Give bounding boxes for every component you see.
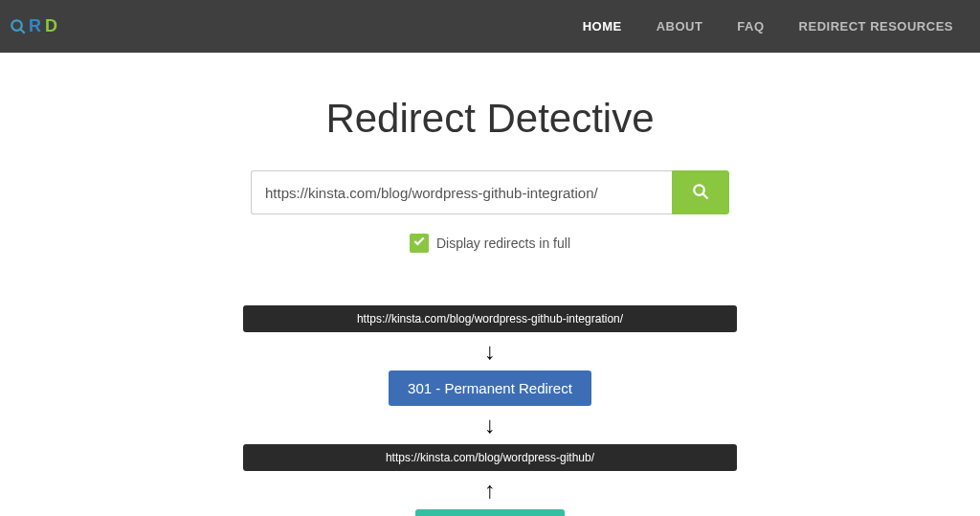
nav-resources[interactable]: REDIRECT RESOURCES xyxy=(782,19,970,34)
check-icon xyxy=(412,235,426,252)
checkbox-label: Display redirects in full xyxy=(436,236,570,251)
checkbox-box xyxy=(410,234,429,253)
navbar: R D HOME ABOUT FAQ REDIRECT RESOURCES xyxy=(0,0,980,53)
destination-url-bar: https://kinsta.com/blog/wordpress-github… xyxy=(243,444,737,471)
source-url-bar: https://kinsta.com/blog/wordpress-github… xyxy=(243,305,737,332)
redirect-chain: https://kinsta.com/blog/wordpress-github… xyxy=(243,305,737,516)
main-content: Redirect Detective Display redirects in … xyxy=(0,53,980,516)
arrow-down-icon: ↓ xyxy=(243,332,737,370)
svg-line-1 xyxy=(20,29,25,34)
svg-point-2 xyxy=(694,185,704,195)
logo[interactable]: R D xyxy=(10,16,59,36)
nav-links: HOME ABOUT FAQ REDIRECT RESOURCES xyxy=(566,19,970,34)
redirect-status-badge: 301 - Permanent Redirect xyxy=(389,370,591,406)
search-row xyxy=(0,170,980,214)
nav-about[interactable]: ABOUT xyxy=(639,19,721,34)
display-full-checkbox[interactable]: Display redirects in full xyxy=(0,234,980,253)
nav-home[interactable]: HOME xyxy=(566,19,639,34)
magnifier-icon xyxy=(10,18,27,35)
logo-letter-d: D xyxy=(45,16,59,36)
svg-line-3 xyxy=(702,193,707,198)
nav-faq[interactable]: FAQ xyxy=(720,19,781,34)
arrow-down-icon: ↓ xyxy=(243,406,737,444)
page-title: Redirect Detective xyxy=(0,96,980,142)
svg-point-0 xyxy=(11,20,22,31)
arrow-up-icon: ↑ xyxy=(243,471,737,509)
search-button[interactable] xyxy=(672,170,729,214)
final-destination-badge: Final Destination xyxy=(415,509,565,516)
url-input[interactable] xyxy=(251,170,672,214)
logo-letter-r: R xyxy=(29,16,43,36)
search-icon xyxy=(692,183,709,203)
